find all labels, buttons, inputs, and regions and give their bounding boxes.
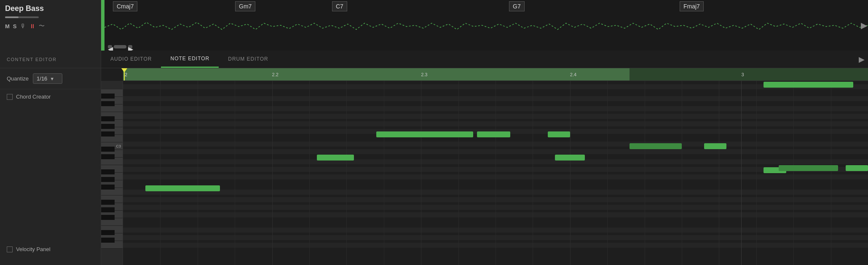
black-key[interactable] (101, 207, 115, 212)
left-panel: Quantize 1/16 ▼ Chord Creator Velocity P… (0, 68, 101, 265)
note-block-7[interactable] (630, 143, 682, 149)
tab-expand-icon[interactable]: ▶ (859, 55, 865, 64)
black-key[interactable] (101, 116, 115, 121)
grid-v-line (160, 81, 161, 265)
black-key[interactable] (101, 200, 115, 205)
grid-v-line-beat (741, 81, 742, 265)
grid-v-lines (123, 81, 868, 265)
bars-icon[interactable]: ⏸ (29, 23, 35, 29)
black-key[interactable] (101, 177, 115, 182)
note-block-4[interactable] (548, 131, 570, 137)
velocity-checkbox[interactable] (7, 246, 13, 252)
top-track-area: Deep Bass M S 🎙 ⏸ 〜 Cmaj7 Gm7 C7 G7 Fmaj… (0, 0, 868, 51)
chord-c7[interactable]: C7 (332, 3, 347, 10)
chord-creator-checkbox[interactable] (7, 94, 13, 100)
ruler-mark-3: 3 (741, 72, 744, 77)
track-header: Deep Bass M S 🎙 ⏸ 〜 (0, 0, 101, 51)
black-key[interactable] (101, 238, 115, 243)
note-block-11[interactable] (846, 165, 868, 171)
tab-drum-editor[interactable]: DRUM EDITOR (219, 51, 277, 68)
black-key[interactable] (101, 101, 115, 106)
note-grid[interactable] (123, 81, 868, 265)
tab-audio-editor[interactable]: AUDIO EDITOR (101, 51, 161, 68)
chord-creator-row: Chord Creator (0, 89, 101, 104)
note-block-10[interactable] (779, 165, 838, 171)
grid-v-line (384, 81, 384, 265)
note-block-1[interactable] (764, 82, 853, 88)
grid-v-line (831, 81, 831, 265)
grid-v-line (793, 81, 794, 265)
velocity-label: Velocity Panel (16, 246, 51, 252)
scroll-left-btn[interactable]: ◀ (108, 45, 112, 48)
note-block-6[interactable] (555, 155, 585, 161)
note-block-12[interactable] (145, 185, 220, 191)
editor-tabs-bar: CONTENT EDITOR AUDIO EDITOR NOTE EDITOR … (0, 51, 868, 68)
grid-v-line (346, 81, 347, 265)
playhead-diamond (121, 68, 127, 72)
grid-v-line (645, 81, 645, 265)
black-key[interactable] (101, 230, 115, 235)
editor-body: Quantize 1/16 ▼ Chord Creator Velocity P… (0, 68, 868, 265)
black-key[interactable] (101, 131, 115, 137)
ruler-mark-24: 2.4 (570, 72, 576, 77)
quantize-label: Quantize (7, 75, 29, 82)
solo-button[interactable]: S (13, 23, 17, 29)
grid-v-line (421, 81, 421, 265)
black-key[interactable] (101, 154, 115, 159)
quantize-select[interactable]: 1/16 ▼ (33, 73, 62, 84)
timeline-area: Cmaj7 Gm7 C7 G7 Fmaj7 // Will be done wi… (104, 0, 868, 51)
scroll-thumb[interactable] (114, 45, 126, 48)
ruler-mark-23: 2.3 (421, 72, 427, 77)
c3-label: C3 (116, 144, 121, 148)
chord-g7[interactable]: G7 (509, 3, 525, 10)
grid-v-line (458, 81, 459, 265)
grid-v-line (309, 81, 310, 265)
active-region-ruler (123, 68, 630, 80)
timeline-scrollbar[interactable]: ◀ ▶ (104, 45, 868, 49)
tab-note-editor[interactable]: NOTE EDITOR (161, 51, 219, 68)
grid-v-line (570, 81, 571, 265)
grid-v-line (496, 81, 496, 265)
note-block-8[interactable] (704, 143, 726, 149)
inactive-region-ruler (630, 68, 868, 80)
note-block-3[interactable] (477, 131, 511, 137)
black-key[interactable] (101, 169, 115, 174)
track-active-marker (101, 0, 104, 51)
chord-gm7[interactable]: Gm7 (235, 3, 255, 10)
waveform: // Will be done with inline elements bel… (104, 15, 868, 40)
black-key[interactable] (101, 147, 115, 152)
note-editor-area: 2 2.2 2.3 2.4 3 (101, 68, 868, 265)
mic-icon[interactable]: 🎙 (20, 23, 26, 29)
content-editor-label: CONTENT EDITOR (7, 57, 56, 62)
mute-button[interactable]: M (5, 23, 10, 29)
scroll-right-btn[interactable]: ▶ (128, 45, 132, 48)
track-name: Deep Bass (5, 4, 96, 13)
grid-v-line (719, 81, 719, 265)
chord-cmaj7[interactable]: Cmaj7 (113, 3, 137, 10)
note-ruler: 2 2.2 2.3 2.4 3 (123, 68, 868, 81)
chord-fmaj7[interactable]: Fmaj7 (680, 3, 704, 10)
content-editor-tab-left: CONTENT EDITOR (0, 51, 101, 68)
black-key[interactable] (101, 215, 115, 220)
track-controls: M S 🎙 ⏸ 〜 (5, 22, 96, 30)
automation-icon[interactable]: 〜 (39, 22, 45, 30)
grid-v-line (756, 81, 757, 265)
ruler-mark-22: 2.2 (272, 72, 279, 77)
piano-keys: C3 (101, 81, 123, 265)
black-key[interactable] (101, 185, 115, 190)
timeline-nav-right[interactable]: ▶ (861, 20, 867, 30)
ruler-mark-2: 2 (125, 72, 127, 77)
note-block-5[interactable] (317, 155, 354, 161)
black-key[interactable] (101, 124, 115, 129)
grid-v-line (272, 81, 273, 265)
grid-v-line (533, 81, 533, 265)
grid-v-line (607, 81, 608, 265)
note-block-2[interactable] (376, 131, 473, 137)
dropdown-arrow-icon: ▼ (50, 76, 54, 81)
piano-key-container: C3 (101, 81, 123, 265)
quantize-row: Quantize 1/16 ▼ (0, 68, 101, 89)
volume-bar[interactable] (5, 16, 39, 18)
grid-v-line (235, 81, 235, 265)
chord-creator-label: Chord Creator (16, 94, 51, 100)
black-key[interactable] (101, 94, 115, 99)
